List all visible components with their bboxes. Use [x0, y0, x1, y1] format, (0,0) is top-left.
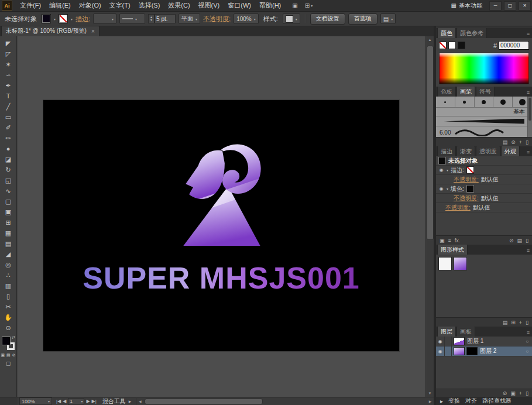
type-tool[interactable]: T — [1, 91, 15, 101]
scroll-right-icon[interactable]: ▶ — [427, 399, 434, 403]
lasso-tool[interactable]: ∽ — [1, 70, 15, 80]
maximize-button[interactable]: ▢ — [504, 1, 516, 11]
menu-file[interactable]: 文件(F) — [16, 0, 45, 11]
menu-select[interactable]: 选择(S) — [135, 0, 164, 11]
none-mode-icon[interactable]: ⊘ — [12, 353, 16, 358]
close-tab-icon[interactable]: × — [91, 28, 95, 35]
expand-panel-icon[interactable]: ▸ — [440, 398, 443, 404]
fill-indicator[interactable] — [2, 337, 11, 345]
color-mode-icon[interactable]: ▣ — [1, 353, 5, 358]
opacity-link[interactable]: 不透明度: — [445, 204, 471, 212]
stroke-weight-dropdown[interactable]: ▾ — [93, 13, 116, 24]
panel-menu-icon[interactable]: ≡ — [524, 248, 532, 255]
stroke-none-swatch[interactable] — [466, 166, 474, 174]
line-segment-tool[interactable]: ╱ — [1, 101, 15, 112]
layer-thumbnail[interactable] — [454, 347, 465, 355]
rotate-tool[interactable]: ↻ — [1, 164, 15, 175]
stepper-arrows-icon[interactable]: ▲▼ — [148, 14, 155, 23]
stroke-panel-link[interactable]: 描边: — [75, 15, 90, 23]
appearance-object-opacity-row[interactable]: 不透明度: 默认值 — [436, 203, 532, 212]
menu-view[interactable]: 视图(V) — [194, 0, 224, 11]
bridge-icon[interactable]: ▣ — [292, 2, 297, 9]
panel-menu-icon[interactable]: ≡ — [524, 330, 532, 337]
layer-visibility-icon[interactable]: ◉ — [436, 337, 445, 346]
layer-target-icon[interactable]: ○ — [523, 349, 532, 354]
hex-value-input[interactable] — [499, 41, 529, 50]
brush-list-scrollbar[interactable] — [527, 97, 532, 138]
scroll-down-icon[interactable]: ▼ — [428, 390, 432, 397]
delete-style-icon[interactable]: ▯ — [526, 320, 528, 325]
tab-color[interactable]: 颜色 — [437, 28, 456, 38]
zoom-tool[interactable]: ⊙ — [1, 322, 15, 333]
new-layer-icon[interactable]: + — [519, 390, 522, 396]
new-sublayer-icon[interactable]: ▣ — [510, 390, 516, 396]
menu-type[interactable]: 文字(T) — [105, 0, 135, 11]
break-link-icon[interactable]: ⊞ — [511, 320, 516, 325]
art-brush-row[interactable] — [436, 116, 532, 126]
chevron-down-icon[interactable]: ▾ — [54, 17, 56, 21]
tab-stroke[interactable]: 描边 — [437, 146, 456, 156]
delete-item-icon[interactable]: ▯ — [526, 238, 528, 243]
slice-tool[interactable]: ✂ — [1, 301, 15, 312]
menu-object[interactable]: 对象(O) — [75, 0, 105, 11]
black-swatch[interactable] — [458, 42, 465, 49]
logo-wordmark[interactable]: SUPER MHSJS001 — [75, 261, 368, 297]
tab-graphic-styles[interactable]: 图形样式 — [437, 245, 468, 255]
none-swatch[interactable] — [439, 42, 447, 49]
tab-brushes[interactable]: 画笔 — [457, 87, 475, 97]
panel-menu-icon[interactable]: ≡ — [524, 90, 532, 97]
brush-scroll-thumb[interactable] — [528, 98, 531, 121]
add-effect-icon[interactable]: fx. — [455, 238, 461, 243]
layer-target-icon[interactable]: ○ — [523, 339, 532, 344]
screen-mode-button[interactable]: ▢ — [6, 361, 11, 366]
duplicate-item-icon[interactable]: ▤ — [517, 238, 523, 243]
hand-tool[interactable]: ✋ — [1, 312, 15, 322]
column-graph-tool[interactable]: ▥ — [1, 280, 15, 291]
rectangle-tool[interactable]: ▭ — [1, 112, 15, 122]
tab-artboards[interactable]: 画板 — [457, 327, 475, 337]
tab-layers[interactable]: 图层 — [437, 327, 456, 337]
menu-window[interactable]: 窗口(W) — [224, 0, 255, 11]
chevron-down-icon[interactable]: ▾ — [71, 17, 73, 21]
tab-gradient[interactable]: 渐变 — [457, 146, 475, 156]
delete-layer-icon[interactable]: ▯ — [526, 390, 528, 396]
panel-menu-icon[interactable]: ≡ — [524, 149, 532, 156]
canvas-area[interactable]: SUPER MHSJS001 ▲ ▼ — [18, 36, 434, 397]
paintbrush-tool[interactable]: ✐ — [1, 122, 15, 133]
expand-icon[interactable]: ▾ — [447, 168, 448, 172]
basic-brush-row[interactable]: 基本 — [436, 108, 532, 116]
artboard-number-dropdown[interactable]: 1 ▾ — [68, 398, 84, 405]
tab-symbols[interactable]: 符号 — [476, 87, 495, 97]
artboard-tool[interactable]: ▯ — [1, 291, 15, 301]
step-down-icon[interactable]: ▼ — [150, 19, 153, 22]
appearance-fill-opacity-row[interactable]: 不透明度: 默认值 — [436, 194, 532, 203]
panel-menu-icon[interactable]: ≡ — [524, 31, 532, 38]
scale-tool[interactable]: ◱ — [1, 175, 15, 186]
vertical-scroll-thumb[interactable] — [427, 46, 434, 240]
fill-color-swatch[interactable] — [42, 14, 51, 23]
width-profile-dropdown[interactable]: ▾ — [119, 13, 145, 24]
vertical-scrollbar[interactable]: ▲ ▼ — [425, 36, 434, 397]
pen-tool[interactable]: ✒ — [1, 80, 15, 91]
zoom-level-dropdown[interactable]: 100% ▾ — [19, 397, 52, 405]
brush-libraries-icon[interactable]: ▤ — [503, 139, 508, 145]
tab-transparency[interactable]: 透明度 — [476, 146, 500, 156]
brush-size-input[interactable] — [155, 14, 176, 23]
brush-definition-dropdown[interactable]: 平面 ▾ — [179, 13, 200, 24]
default-style-swatch[interactable] — [438, 257, 452, 270]
new-style-icon[interactable]: + — [519, 320, 522, 325]
expand-icon[interactable]: ▾ — [447, 187, 448, 191]
selection-tool[interactable]: ◤ — [1, 38, 15, 49]
document-setup-button[interactable]: 文档设置 — [310, 13, 345, 25]
fill-black-swatch[interactable] — [466, 185, 474, 193]
next-artboard-button[interactable]: ▶ — [86, 399, 90, 404]
layer-row-selected[interactable]: ◉ 图层 2 ○ — [436, 346, 532, 356]
free-transform-tool[interactable]: ▢ — [1, 196, 15, 207]
appearance-stroke-row[interactable]: ◉ ▾ 描边: — [436, 166, 532, 175]
tab-appearance[interactable]: 外观 — [501, 146, 520, 156]
close-button[interactable]: ✕ — [519, 1, 531, 11]
visibility-eye-icon[interactable]: ◉ — [438, 186, 444, 191]
tab-swatches[interactable]: 色板 — [437, 87, 456, 97]
tab-pathfinder[interactable]: 路径查找器 — [482, 397, 512, 405]
magic-wand-tool[interactable]: ✶ — [1, 59, 15, 70]
